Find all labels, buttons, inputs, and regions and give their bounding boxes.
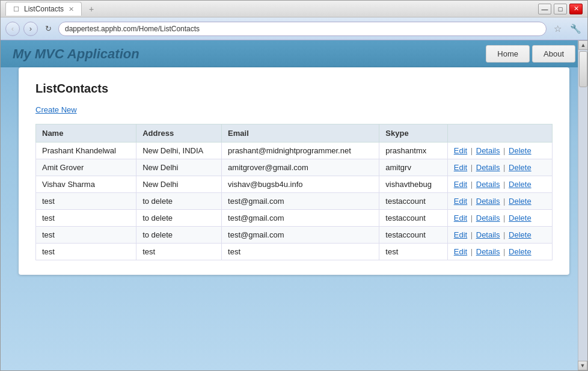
tab-page-icon: ☐ (13, 5, 19, 13)
action-separator: | (501, 163, 508, 172)
edit-link[interactable]: Edit (454, 247, 467, 256)
app-title: My MVC Application (13, 46, 139, 62)
cell-actions: Edit | Details | Delete (447, 210, 552, 227)
action-separator: | (468, 180, 475, 189)
edit-link[interactable]: Edit (454, 163, 467, 172)
edit-link[interactable]: Edit (454, 213, 467, 222)
window-controls: — □ ✕ (538, 4, 583, 14)
extensions-button[interactable]: 🔧 (568, 22, 583, 36)
create-new-link[interactable]: Create New (35, 105, 77, 114)
page-heading: ListContacts (35, 82, 553, 96)
delete-link[interactable]: Delete (509, 146, 531, 155)
action-separator: | (468, 230, 475, 239)
delete-link[interactable]: Delete (509, 163, 531, 172)
col-header-skype: Skype (379, 124, 447, 143)
cell-actions: Edit | Details | Delete (447, 159, 552, 176)
cell-email: amitgrover@gmail.com (222, 159, 379, 176)
edit-link[interactable]: Edit (454, 197, 467, 206)
bookmark-star-button[interactable]: ☆ (550, 22, 565, 36)
details-link[interactable]: Details (476, 163, 500, 172)
cell-name: test (36, 244, 136, 260)
content-card: ListContacts Create New Name Address Ema… (19, 67, 569, 275)
cell-name: Vishav Sharma (36, 176, 136, 193)
cell-address: to delete (136, 227, 222, 244)
close-button[interactable]: ✕ (569, 4, 583, 14)
table-header-row: Name Address Email Skype (36, 124, 553, 143)
action-separator: | (468, 213, 475, 222)
new-tab-button[interactable]: + (84, 2, 99, 16)
table-row: Vishav SharmaNew Delhivishav@bugsb4u.inf… (36, 176, 553, 193)
cell-name: test (36, 193, 136, 210)
cell-skype: prashantmx (379, 143, 447, 159)
cell-email: vishav@bugsb4u.info (222, 176, 379, 193)
cell-actions: Edit | Details | Delete (447, 176, 552, 193)
scroll-up-arrow[interactable]: ▲ (578, 40, 587, 50)
table-row: testtesttesttestEdit | Details | Delete (36, 244, 553, 260)
tab-close-button[interactable]: ✕ (69, 5, 74, 13)
tab-title: ListContacts (24, 5, 64, 13)
action-separator: | (501, 146, 508, 155)
action-separator: | (468, 163, 475, 172)
cell-skype: testaccount (379, 193, 447, 210)
cell-address: to delete (136, 210, 222, 227)
details-link[interactable]: Details (476, 146, 500, 155)
cell-address: New Delhi (136, 176, 222, 193)
cell-skype: test (379, 244, 447, 260)
cell-skype: testaccount (379, 227, 447, 244)
table-row: testto deletetest@gmail.comtestaccountEd… (36, 193, 553, 210)
maximize-button[interactable]: □ (554, 4, 567, 14)
address-input[interactable] (58, 22, 547, 36)
delete-link[interactable]: Delete (509, 180, 531, 189)
cell-address: test (136, 244, 222, 260)
contacts-table: Name Address Email Skype Prashant Khande… (35, 124, 553, 260)
cell-actions: Edit | Details | Delete (447, 193, 552, 210)
details-link[interactable]: Details (476, 230, 500, 239)
back-button[interactable]: ‹ (5, 22, 20, 36)
details-link[interactable]: Details (476, 247, 500, 256)
title-bar: ☐ ListContacts ✕ + — □ ✕ (1, 1, 587, 17)
browser-tab[interactable]: ☐ ListContacts ✕ (5, 2, 82, 16)
about-nav-button[interactable]: About (532, 45, 575, 63)
forward-button[interactable]: › (23, 22, 38, 36)
table-row: Amit GroverNew Delhiamitgrover@gmail.com… (36, 159, 553, 176)
cell-address: New Delhi, INDIA (136, 143, 222, 159)
col-header-email: Email (222, 124, 379, 143)
browser-window: ☐ ListContacts ✕ + — □ ✕ ‹ › ↻ ☆ 🔧 My MV… (0, 0, 588, 371)
cell-actions: Edit | Details | Delete (447, 227, 552, 244)
action-separator: | (501, 230, 508, 239)
scrollbar[interactable]: ▲ ▼ (578, 40, 587, 370)
table-row: Prashant KhandelwalNew Delhi, INDIAprash… (36, 143, 553, 159)
delete-link[interactable]: Delete (509, 230, 531, 239)
edit-link[interactable]: Edit (454, 180, 467, 189)
cell-email: test@gmail.com (222, 193, 379, 210)
title-bar-left: ☐ ListContacts ✕ + (5, 2, 99, 16)
refresh-button[interactable]: ↻ (41, 22, 55, 35)
app-header: My MVC Application Home About (1, 40, 587, 67)
cell-actions: Edit | Details | Delete (447, 244, 552, 260)
col-header-name: Name (36, 124, 136, 143)
minimize-button[interactable]: — (538, 4, 551, 14)
details-link[interactable]: Details (476, 180, 500, 189)
action-separator: | (501, 197, 508, 206)
cell-name: test (36, 210, 136, 227)
cell-actions: Edit | Details | Delete (447, 143, 552, 159)
details-link[interactable]: Details (476, 197, 500, 206)
scroll-thumb[interactable] (579, 51, 587, 87)
edit-link[interactable]: Edit (454, 146, 467, 155)
edit-link[interactable]: Edit (454, 230, 467, 239)
action-separator: | (501, 180, 508, 189)
cell-email: test (222, 244, 379, 260)
cell-address: to delete (136, 193, 222, 210)
delete-link[interactable]: Delete (509, 247, 531, 256)
details-link[interactable]: Details (476, 213, 500, 222)
home-nav-button[interactable]: Home (486, 45, 530, 63)
delete-link[interactable]: Delete (509, 197, 531, 206)
cell-email: prashant@midnightprogrammer.net (222, 143, 379, 159)
table-row: testto deletetest@gmail.comtestaccountEd… (36, 227, 553, 244)
action-separator: | (468, 146, 475, 155)
delete-link[interactable]: Delete (509, 213, 531, 222)
action-separator: | (501, 247, 508, 256)
table-row: testto deletetest@gmail.comtestaccountEd… (36, 210, 553, 227)
col-header-address: Address (136, 124, 222, 143)
scroll-down-arrow[interactable]: ▼ (578, 361, 587, 370)
